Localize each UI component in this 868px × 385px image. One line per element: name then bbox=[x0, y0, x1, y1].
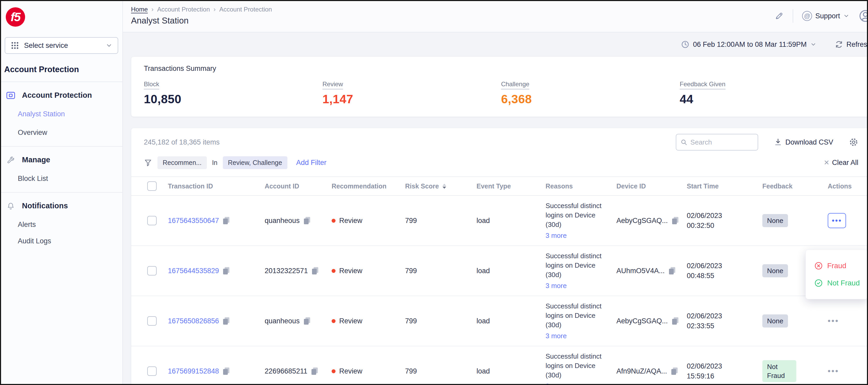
reasons-text: Successful distinct logins on Device (30… bbox=[546, 202, 601, 228]
row-checkbox[interactable] bbox=[147, 366, 157, 376]
reasons-more-link[interactable]: 3 more bbox=[546, 281, 612, 290]
start-date: 02/06/2023 bbox=[687, 262, 722, 270]
metric-label[interactable]: Review bbox=[322, 81, 343, 89]
recommendation: Review bbox=[339, 217, 363, 225]
start-time: 15:59:16 bbox=[687, 372, 714, 380]
search-input-wrapper bbox=[676, 134, 758, 151]
f5-logo: f5 bbox=[6, 7, 25, 27]
not-fraud-circle-check-icon bbox=[814, 279, 823, 288]
sidebar: f5 Select service Account Protection Ac bbox=[1, 1, 123, 384]
row-actions-button[interactable]: ••• bbox=[828, 317, 839, 325]
sidebar-item-overview[interactable]: Overview bbox=[1, 118, 122, 137]
metric-label[interactable]: Block bbox=[144, 81, 159, 89]
download-csv-button[interactable]: Download CSV bbox=[774, 138, 833, 147]
copy-icon[interactable] bbox=[672, 217, 679, 225]
filter-field-chip[interactable]: Recommen... bbox=[157, 156, 207, 169]
sidebar-item-audit-logs[interactable]: Audit Logs bbox=[1, 229, 122, 245]
row-actions-button[interactable]: ••• bbox=[828, 213, 846, 228]
content: 06 Feb 12:00AM to 08 Mar 11:59PM Refresh… bbox=[123, 32, 868, 385]
reasons-more-link[interactable]: 3 more bbox=[546, 331, 612, 341]
copy-icon[interactable] bbox=[222, 367, 230, 375]
sidebar-section-manage[interactable]: Manage bbox=[1, 147, 122, 164]
copy-icon[interactable] bbox=[222, 266, 230, 275]
copy-icon[interactable] bbox=[672, 317, 679, 325]
col-account-id[interactable]: Account ID bbox=[265, 183, 332, 190]
transaction-id-link[interactable]: 1675650826856 bbox=[168, 317, 219, 325]
col-risk-score[interactable]: Risk Score bbox=[405, 183, 476, 190]
sidebar-section-notifications[interactable]: Notifications bbox=[1, 193, 122, 210]
header-actions: @ Support bbox=[774, 6, 868, 32]
close-icon: ✕ bbox=[824, 159, 830, 167]
clear-all-button[interactable]: ✕ Clear All bbox=[824, 159, 858, 167]
sidebar-item-block-list[interactable]: Block List bbox=[1, 164, 122, 183]
copy-icon[interactable] bbox=[311, 367, 318, 375]
metric-value: 10,850 bbox=[144, 92, 322, 106]
user-menu[interactable] bbox=[858, 9, 868, 23]
reasons-more-link[interactable]: 3 more bbox=[546, 381, 612, 385]
service-selector[interactable]: Select service bbox=[5, 37, 118, 54]
device-id: AUhmO5V4A... bbox=[616, 267, 665, 275]
account-protection-icon bbox=[6, 91, 15, 100]
download-csv-label: Download CSV bbox=[785, 138, 833, 147]
table-row: 1675699152848 22696685211 Review 799 loa… bbox=[131, 346, 868, 385]
support-menu[interactable]: @ Support bbox=[802, 11, 849, 21]
sidebar-section-account-protection[interactable]: Account Protection bbox=[1, 82, 122, 100]
row-checkbox[interactable] bbox=[147, 266, 157, 276]
metric-label[interactable]: Challenge bbox=[501, 81, 529, 89]
breadcrumb-home-link[interactable]: Home bbox=[131, 6, 148, 13]
reasons-more-link[interactable]: 3 more bbox=[546, 231, 612, 240]
recommendation: Review bbox=[339, 267, 363, 275]
clock-icon bbox=[681, 40, 689, 49]
row-actions-button[interactable]: ••• bbox=[828, 367, 839, 376]
feedback-action-menu: Fraud Not Fraud bbox=[806, 250, 868, 299]
header-divider bbox=[793, 9, 793, 23]
support-at-icon: @ bbox=[802, 11, 812, 21]
transaction-id-link[interactable]: 1675699152848 bbox=[168, 367, 219, 375]
col-recommendation[interactable]: Recommendation bbox=[332, 183, 405, 190]
transaction-id-link[interactable]: 1675644535829 bbox=[168, 267, 219, 275]
row-checkbox[interactable] bbox=[147, 216, 157, 225]
edit-pencil-icon[interactable] bbox=[774, 11, 784, 21]
breadcrumb-item[interactable]: Account Protection bbox=[157, 6, 210, 13]
sidebar-item-analyst-station[interactable]: Analyst Station bbox=[1, 100, 122, 118]
apps-grid-icon bbox=[10, 41, 19, 50]
copy-icon[interactable] bbox=[671, 367, 678, 375]
row-checkbox[interactable] bbox=[147, 316, 157, 326]
select-all-checkbox[interactable] bbox=[147, 182, 157, 191]
search-input[interactable] bbox=[690, 138, 753, 147]
col-transaction-id[interactable]: Transaction ID bbox=[168, 183, 265, 190]
date-range-picker[interactable]: 06 Feb 12:00AM to 08 Mar 11:59PM bbox=[681, 40, 817, 49]
col-reasons[interactable]: Reasons bbox=[546, 183, 616, 190]
transaction-id-link[interactable]: 1675643550647 bbox=[168, 217, 219, 225]
transactions-summary-card: Transactions Summary Block 10,850 Review… bbox=[131, 57, 868, 117]
filter-operator: In bbox=[212, 159, 218, 166]
account-id: 22696685211 bbox=[265, 367, 307, 375]
col-start-time[interactable]: Start Time bbox=[687, 183, 762, 190]
sidebar-section-label: Notifications bbox=[22, 201, 68, 210]
filter-bar: Recommen... In Review, Challenge Add Fil… bbox=[131, 151, 868, 169]
copy-icon[interactable] bbox=[311, 266, 319, 275]
copy-icon[interactable] bbox=[222, 217, 230, 225]
menu-item-fraud[interactable]: Fraud bbox=[806, 257, 867, 275]
metric-label[interactable]: Feedback Given bbox=[680, 81, 725, 89]
copy-icon[interactable] bbox=[303, 317, 311, 325]
sort-icon[interactable] bbox=[442, 184, 446, 189]
table-row: 1675650826856 quanheous Review 799 load … bbox=[131, 296, 868, 346]
add-filter-link[interactable]: Add Filter bbox=[296, 159, 327, 167]
copy-icon[interactable] bbox=[669, 266, 676, 275]
col-feedback[interactable]: Feedback bbox=[762, 183, 828, 190]
menu-item-not-fraud[interactable]: Not Fraud bbox=[806, 275, 867, 292]
refresh-button[interactable]: Refresh bbox=[835, 40, 868, 49]
filter-value-chip[interactable]: Review, Challenge bbox=[223, 156, 287, 169]
table-header-row: Transaction ID Account ID Recommendation… bbox=[131, 177, 868, 196]
sidebar-item-alerts[interactable]: Alerts bbox=[1, 210, 122, 229]
col-event-type[interactable]: Event Type bbox=[476, 183, 546, 190]
copy-icon[interactable] bbox=[222, 317, 230, 325]
transactions-table-card: 245,182 of 18,365 items Download CSV bbox=[131, 128, 868, 385]
copy-icon[interactable] bbox=[303, 217, 311, 225]
table-settings-button[interactable] bbox=[849, 137, 858, 147]
reasons-text: Successful distinct logins on Device (30… bbox=[546, 302, 601, 329]
metric-value: 44 bbox=[680, 92, 858, 106]
support-label: Support bbox=[815, 12, 840, 20]
col-device-id[interactable]: Device ID bbox=[616, 183, 687, 190]
